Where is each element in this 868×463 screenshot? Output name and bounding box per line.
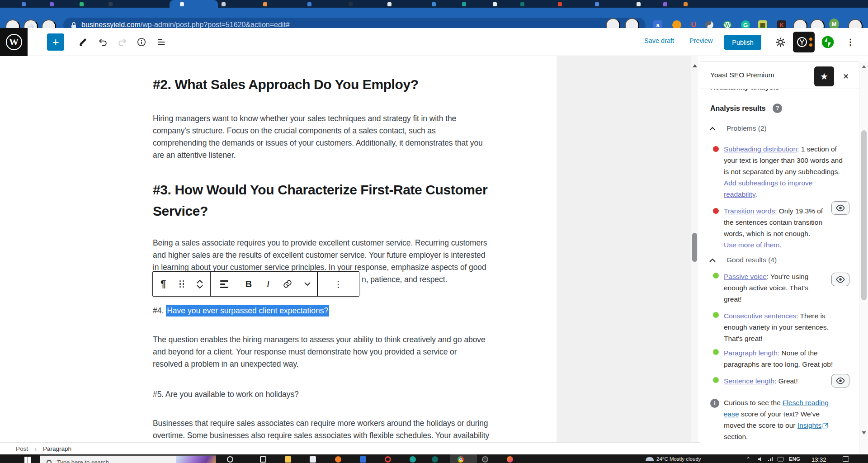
block-type-button[interactable]: ¶ — [153, 272, 174, 296]
tab-favicon[interactable] — [80, 2, 84, 6]
scrollbar-thumb[interactable] — [861, 130, 867, 300]
pin-sidebar-button[interactable]: ★ — [814, 66, 834, 86]
editor-options-button[interactable]: ⋮ — [842, 33, 859, 51]
block-options-button[interactable]: ⋮ — [318, 272, 359, 296]
tab-favicon[interactable] — [387, 2, 392, 6]
tab-favicon[interactable] — [520, 2, 524, 6]
problems-section-toggle[interactable]: Problems (2) — [709, 124, 767, 132]
drag-handle[interactable] — [174, 272, 190, 296]
insights-link[interactable]: Insights — [797, 421, 821, 429]
editor-canvas[interactable]: #2. What Sales Approach Do You Employ? H… — [0, 56, 700, 442]
jetpack-button[interactable] — [819, 33, 836, 51]
analysis-link[interactable]: Paragraph length — [724, 349, 778, 357]
speaker-icon[interactable] — [758, 457, 763, 462]
preview-button[interactable]: Preview — [689, 37, 713, 44]
breadcrumb-post[interactable]: Post — [16, 445, 28, 452]
post-paragraph-q5[interactable]: #5. Are you available to work on holiday… — [153, 388, 299, 401]
tab-favicon[interactable] — [108, 2, 113, 6]
link-button[interactable] — [277, 272, 298, 296]
publish-button[interactable]: Publish — [724, 35, 761, 50]
analysis-action-link[interactable]: Add subheadings to improve readability — [724, 179, 812, 198]
onedrive-icon[interactable] — [646, 457, 654, 461]
chrome-icon[interactable] — [458, 456, 464, 463]
network-icon[interactable] — [768, 457, 773, 462]
yoast-seo-button[interactable] — [793, 32, 815, 52]
tab-favicon[interactable] — [684, 2, 688, 6]
scrollbar-up-arrow[interactable] — [862, 65, 866, 68]
clipped-section-title[interactable]: Readability analysis — [710, 89, 801, 94]
tab-favicon[interactable] — [22, 2, 26, 6]
tab-favicon[interactable] — [595, 2, 599, 6]
taskbar-app-icon[interactable] — [410, 456, 416, 463]
weather-tray-text[interactable]: 24°C Mostly cloudy — [656, 456, 701, 462]
help-icon[interactable]: ? — [773, 104, 782, 113]
keyboard-icon[interactable] — [778, 457, 783, 462]
active-tab[interactable] — [170, 0, 218, 8]
wordpress-logo-button[interactable]: W — [0, 28, 28, 56]
italic-button[interactable]: I — [259, 272, 277, 296]
tools-button[interactable] — [74, 33, 91, 51]
highlight-eye-button[interactable] — [831, 201, 849, 215]
analysis-link[interactable]: Sentence length — [724, 377, 774, 385]
firefox-icon[interactable] — [507, 456, 513, 463]
details-button[interactable] — [133, 33, 150, 51]
save-draft-button[interactable]: Save draft — [644, 37, 674, 44]
bold-button[interactable]: B — [238, 272, 259, 296]
list-view-button[interactable] — [153, 33, 170, 51]
taskbar-app-icon[interactable] — [335, 456, 341, 463]
highlight-eye-button[interactable] — [831, 273, 849, 286]
tab-favicon[interactable] — [462, 2, 466, 6]
analysis-link[interactable]: Consecutive sentences — [724, 312, 796, 320]
block-inserter-button[interactable]: + — [47, 33, 64, 51]
tab-favicon[interactable] — [663, 2, 667, 6]
settings-button[interactable] — [772, 33, 789, 51]
panel-scrollbar[interactable] — [859, 61, 868, 454]
clock[interactable]: 13:32 — [811, 456, 826, 463]
tab-favicon[interactable] — [493, 2, 497, 6]
notification-center-icon[interactable] — [843, 456, 849, 462]
tab-favicon[interactable] — [263, 2, 267, 6]
task-view-icon[interactable] — [260, 456, 266, 463]
tab-favicon[interactable] — [349, 2, 353, 6]
tray-expand-chevron[interactable]: ⌃ — [746, 456, 750, 463]
post-heading-3-line1[interactable]: #3. How Would You Characterize First-Rat… — [153, 181, 487, 198]
analysis-link[interactable]: Transition words — [724, 207, 775, 215]
tab-favicon[interactable] — [222, 2, 226, 6]
redo-button[interactable] — [113, 33, 131, 51]
language-indicator[interactable]: ENG — [789, 456, 800, 462]
start-button[interactable] — [24, 457, 31, 463]
profile-avatar[interactable]: M — [829, 19, 839, 29]
scrollbar-down-arrow[interactable] — [862, 431, 866, 435]
analysis-action-link[interactable]: Use more of them — [724, 241, 779, 249]
scrollbar-thumb[interactable] — [692, 233, 697, 262]
store-icon[interactable] — [310, 456, 316, 463]
breadcrumb-paragraph[interactable]: Paragraph — [43, 445, 71, 452]
tab-favicon[interactable] — [637, 2, 641, 6]
taskbar-search[interactable]: Type here to search — [40, 455, 216, 463]
opera-icon[interactable] — [385, 456, 391, 463]
editor-scrollbar[interactable] — [691, 56, 698, 442]
post-heading-3-line2[interactable]: Service? — [153, 203, 208, 220]
selected-text[interactable]: Have you ever surpassed client expectati… — [166, 305, 329, 317]
post-paragraph-q4[interactable]: #4. Have you ever surpassed client expec… — [153, 305, 329, 317]
file-explorer-icon[interactable] — [285, 456, 291, 463]
block-mover[interactable] — [190, 272, 210, 296]
scrollbar-up-arrow[interactable] — [693, 64, 697, 67]
highlight-eye-button[interactable] — [831, 374, 849, 387]
taskbar-app-icon[interactable] — [482, 456, 488, 463]
taskbar-app-icon[interactable] — [360, 456, 366, 463]
post-heading-2[interactable]: #2. What Sales Approach Do You Employ? — [153, 76, 419, 93]
align-button[interactable] — [211, 272, 238, 296]
tab-favicon[interactable] — [432, 2, 436, 6]
analysis-link[interactable]: Subheading distribution — [724, 145, 797, 153]
taskbar-app-icon[interactable] — [432, 456, 438, 463]
more-formatting-button[interactable] — [298, 272, 317, 296]
undo-button[interactable] — [94, 33, 112, 51]
tab-favicon[interactable] — [307, 2, 311, 6]
analysis-link[interactable]: Passive voice — [724, 273, 767, 280]
tab-favicon[interactable] — [558, 2, 562, 6]
close-sidebar-button[interactable]: ✕ — [840, 71, 851, 82]
good-results-section-toggle[interactable]: Good results (4) — [709, 256, 777, 264]
cortana-icon[interactable] — [227, 456, 233, 463]
tab-favicon[interactable] — [180, 2, 184, 6]
